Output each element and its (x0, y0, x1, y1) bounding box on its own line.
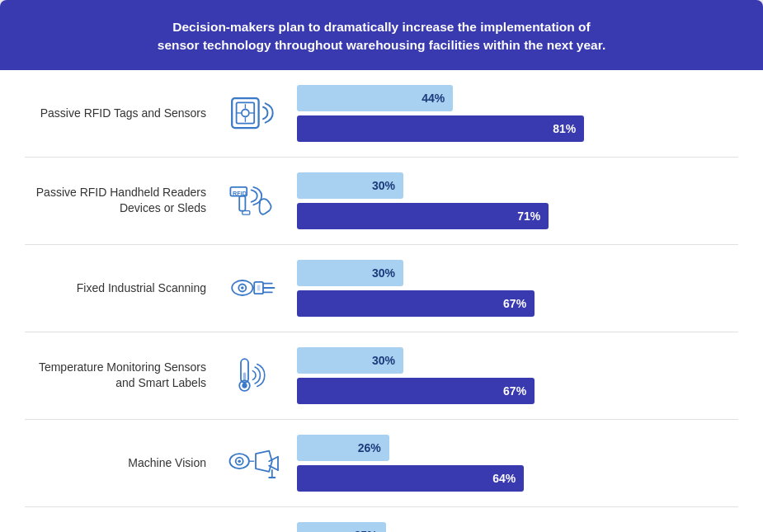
svg-rect-10 (243, 211, 250, 215)
row-label: Temperature Monitoring Sensorsand Smart … (25, 360, 214, 392)
bar-2023: 44% (297, 85, 453, 111)
row-label: Passive RFID Tags and Sensors (25, 106, 214, 122)
chart-rows: Passive RFID Tags and Sensors 44%81%Pass… (0, 70, 763, 532)
bar-2023: 30% (297, 172, 403, 199)
table-row: Passive RFID Tags and Sensors 44%81% (25, 70, 738, 158)
bar-area: 30%67% (297, 260, 738, 317)
bar-area: 26%64% (297, 435, 738, 492)
rfid-handheld-icon: RFID (223, 179, 289, 222)
industrial-scan-icon (223, 266, 289, 309)
svg-point-2 (242, 110, 249, 117)
row-label: Machine Vision (25, 455, 214, 472)
svg-rect-22 (243, 373, 247, 384)
bar-area: 30%67% (297, 347, 738, 404)
bar-2023: 25% (297, 522, 386, 532)
svg-point-13 (241, 287, 244, 290)
svg-point-23 (242, 384, 247, 388)
bar-2024: 64% (297, 465, 524, 492)
bar-2024: 67% (297, 290, 535, 317)
table-row: Temperature Monitoring Sensorsand Smart … (25, 332, 738, 420)
row-label: Fixed Industrial Scanning (25, 280, 214, 297)
bar-area: 44%81% (297, 85, 738, 142)
3d-sensors-icon (223, 529, 289, 532)
table-row: Fixed Industrial Scanning 30%67% (25, 245, 738, 332)
chart-header: Decision-makers plan to dramatically inc… (0, 0, 763, 70)
rfid-tag-icon (223, 92, 289, 134)
bar-2023: 30% (297, 260, 403, 286)
bar-area: 25%61% (297, 522, 738, 532)
row-label: Passive RFID Handheld ReadersDevices or … (25, 185, 214, 217)
table-row: 3D Sensors 25%61% (25, 507, 738, 532)
bar-2024: 81% (297, 115, 584, 142)
main-card: Decision-makers plan to dramatically inc… (0, 0, 763, 532)
bar-area: 30%71% (297, 172, 738, 229)
svg-rect-15 (257, 285, 261, 291)
svg-rect-9 (239, 196, 245, 211)
temperature-icon (223, 354, 289, 397)
table-row: Machine Vision 26%64% (25, 420, 738, 507)
machine-vision-icon (223, 441, 289, 484)
header-line1: Decision-makers plan to dramatically inc… (172, 20, 591, 34)
bar-2023: 30% (297, 347, 403, 374)
table-row: Passive RFID Handheld ReadersDevices or … (25, 158, 738, 245)
bar-2024: 67% (297, 378, 535, 404)
bar-2024: 71% (297, 203, 549, 229)
svg-point-26 (238, 460, 241, 464)
header-line2: sensor technology throughout warehousing… (158, 38, 605, 52)
bar-2023: 26% (297, 435, 389, 461)
